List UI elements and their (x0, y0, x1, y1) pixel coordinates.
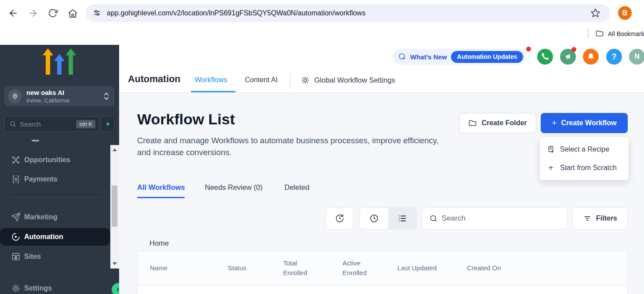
sidebar-item-label: Opportunities (24, 156, 70, 164)
create-folder-label: Create Folder (481, 119, 527, 127)
folder-icon (468, 119, 477, 127)
profile-initial: B (622, 9, 628, 17)
location-name: new oaks AI (26, 89, 69, 96)
plus-icon: + (547, 163, 555, 173)
sidebar-item-payments[interactable]: $ Payments (0, 171, 110, 188)
sidebar-search[interactable]: ctrl K (4, 116, 99, 131)
phone-icon (541, 53, 549, 61)
all-bookmarks-label: All Bookmarks (608, 30, 644, 37)
quick-actions-button[interactable] (101, 116, 115, 131)
bookmark-star-icon[interactable] (590, 8, 600, 18)
sidebar-divider (8, 197, 102, 198)
workflow-list-description: Create and manage Workflows to automate … (137, 134, 447, 158)
tab-content-ai[interactable]: Content AI (245, 76, 278, 84)
breadcrumb[interactable]: Home (149, 239, 169, 247)
bookmarks-folder-icon[interactable] (595, 29, 604, 38)
menu-item-start-from-scratch[interactable]: + Start from Scratch (540, 159, 629, 177)
sidebar: new oaks AI Irvine, California ctrl K (0, 45, 119, 294)
payments-icon: $ (11, 174, 21, 184)
chevron-up-down-icon (104, 92, 109, 100)
view-toggle (360, 207, 417, 229)
browser-refresh-button[interactable] (45, 6, 60, 21)
gohighlevel-logo (43, 48, 76, 77)
menu-item-select-recipe[interactable]: Select a Recipe (540, 140, 629, 159)
workflow-table: Name Status Total Enrolled Active Enroll… (137, 250, 628, 294)
sidebar-item-settings[interactable]: Settings (0, 279, 110, 294)
workflows-tab-underline (191, 91, 236, 92)
bookmarks-divider (588, 29, 589, 38)
sidebar-item-marketing[interactable]: Marketing (0, 208, 110, 226)
notifications-button[interactable] (583, 49, 599, 65)
home-icon (68, 8, 78, 18)
whats-new-icon (398, 53, 407, 61)
url-bar[interactable]: app.gohighlevel.com/v2/location/lnPS691g… (86, 4, 610, 22)
sidebar-item-opportunities[interactable]: Opportunities (0, 151, 110, 169)
sidebar-item-automation[interactable]: Automation (0, 228, 110, 246)
gohighlevel-logo-icon (43, 48, 76, 77)
arrow-left-icon (8, 8, 18, 18)
filters-button[interactable]: Filters (572, 207, 628, 229)
header-divider (290, 73, 290, 88)
plus-icon: + (552, 118, 557, 128)
browser-home-button[interactable] (65, 6, 80, 21)
avatar-initial: N (634, 53, 640, 61)
automation-icon (11, 232, 21, 242)
whats-new-button[interactable]: What's New Automation Updates (393, 49, 525, 65)
column-header-total-enrolled: Total Enrolled (283, 258, 315, 278)
view-toggle-time[interactable] (360, 208, 388, 229)
sidebar-item-label: Payments (24, 175, 58, 183)
all-workflows-underline (137, 197, 185, 198)
sidebar-item-label: Settings (24, 284, 52, 292)
create-folder-button[interactable]: Create Folder (459, 113, 536, 133)
screen: app.gohighlevel.com/v2/location/lnPS691g… (0, 0, 644, 294)
question-mark-icon: ? (612, 52, 617, 62)
column-header-status: Status (228, 263, 247, 273)
sidebar-search-input[interactable] (20, 120, 64, 128)
phone-button[interactable] (537, 49, 553, 65)
browser-back-button[interactable] (6, 6, 21, 21)
create-workflow-menu: Select a Recipe + Start from Scratch (540, 137, 629, 180)
browser-profile-avatar[interactable]: B (618, 6, 632, 20)
location-switcher[interactable]: new oaks AI Irvine, California (4, 86, 114, 106)
create-workflow-button[interactable]: + Create Workflow (541, 113, 628, 133)
sidebar-item-sites[interactable]: Sites (0, 248, 110, 265)
sidebar-item-label: Sites (24, 253, 41, 261)
refresh-icon (48, 8, 58, 18)
scrollbar-thumb[interactable] (112, 185, 117, 227)
scrollbar-down-arrow[interactable] (113, 262, 117, 265)
scrollbar-up-arrow[interactable] (113, 149, 117, 151)
arrow-right-icon (28, 8, 38, 18)
browser-forward-button[interactable] (25, 6, 40, 21)
location-city: Irvine, California (26, 97, 69, 104)
all-bookmarks-button[interactable]: All Bookmarks (608, 30, 644, 38)
site-settings-icon[interactable] (92, 8, 102, 18)
list-icon (397, 214, 407, 223)
column-header-active-enrolled: Active Enrolled (342, 258, 374, 278)
global-settings-gear-icon (301, 76, 310, 85)
search-icon (9, 120, 16, 127)
sidebar-item-label: Automation (24, 233, 63, 241)
user-avatar[interactable]: N (629, 49, 644, 65)
tab-all-workflows[interactable]: All Workflows (137, 183, 185, 192)
main-content: Workflow List Create and manage Workflow… (119, 93, 644, 294)
automation-updates-pill[interactable]: Automation Updates (451, 51, 524, 63)
tab-needs-review[interactable]: Needs Review (0) (205, 183, 262, 192)
megaphone-icon (564, 53, 572, 61)
clock-icon (369, 214, 379, 223)
page-title: Automation (128, 74, 180, 85)
url-text: app.gohighlevel.com/v2/location/lnPS691g… (107, 9, 365, 17)
menu-item-label: Start from Scratch (560, 164, 617, 172)
tab-deleted[interactable]: Deleted (284, 183, 309, 192)
global-workflow-settings-link[interactable]: Global Workflow Settings (314, 76, 395, 84)
bolt-icon (105, 121, 111, 127)
whats-new-alert-dot (526, 47, 531, 51)
execution-logs-button[interactable] (326, 207, 354, 229)
recipe-file-icon (547, 145, 555, 153)
tab-workflows[interactable]: Workflows (195, 76, 227, 84)
help-button[interactable]: ? (606, 49, 622, 65)
view-toggle-list[interactable] (389, 208, 417, 229)
sidebar-scrollbar[interactable] (110, 145, 119, 269)
workflow-search[interactable] (422, 207, 568, 229)
workflow-list-title: Workflow List (137, 111, 235, 128)
workflow-search-input[interactable] (442, 214, 552, 223)
